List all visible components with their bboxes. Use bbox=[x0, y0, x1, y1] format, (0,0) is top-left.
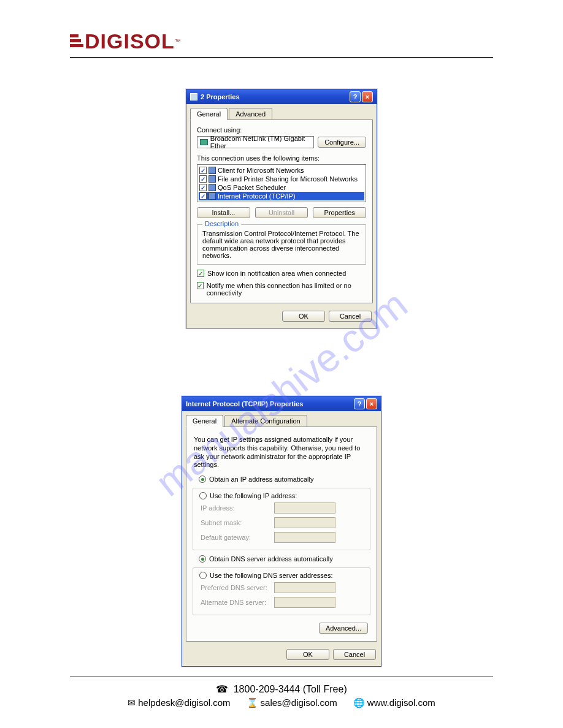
default-gateway-field: Default gateway: bbox=[193, 530, 370, 545]
help-icon[interactable]: ? bbox=[350, 91, 361, 102]
network-icon bbox=[190, 93, 197, 100]
obtain-ip-auto-radio[interactable]: Obtain an IP address automatically bbox=[193, 474, 370, 484]
use-following-ip-radio[interactable]: Use the following IP address: bbox=[193, 491, 370, 501]
tab-general[interactable]: General bbox=[190, 108, 228, 120]
tab-alternate-configuration[interactable]: Alternate Configuration bbox=[224, 415, 307, 427]
list-item[interactable]: ✓File and Printer Sharing for Microsoft … bbox=[199, 175, 364, 183]
dialog-title: 2 Properties bbox=[201, 93, 240, 100]
footer-web: www.digisol.com bbox=[367, 697, 435, 708]
footer-helpdesk: helpdesk@digisol.com bbox=[138, 697, 230, 708]
connection-items-list[interactable]: ✓Client for Microsoft Networks ✓File and… bbox=[197, 164, 366, 202]
list-item[interactable]: ✓Client for Microsoft Networks bbox=[199, 166, 364, 175]
tcpip-properties-dialog: Internet Protocol (TCP/IP) Properties ? … bbox=[182, 396, 381, 667]
titlebar[interactable]: 2 Properties ? × bbox=[186, 89, 377, 104]
globe-icon: 🌐 bbox=[353, 697, 365, 708]
hourglass-icon: ⌛ bbox=[247, 697, 258, 708]
uninstall-button[interactable]: Uninstall bbox=[255, 207, 308, 218]
advanced-button[interactable]: Advanced... bbox=[319, 623, 368, 634]
list-item[interactable]: ✓QoS Packet Scheduler bbox=[199, 183, 364, 192]
adapter-field[interactable]: Broadcom NetLink (TM) Gigabit Ether bbox=[197, 136, 314, 148]
close-icon[interactable]: × bbox=[366, 398, 377, 409]
use-following-dns-radio[interactable]: Use the following DNS server addresses: bbox=[193, 571, 370, 580]
mail-icon: ✉ bbox=[128, 697, 136, 708]
connect-using-label: Connect using: bbox=[197, 126, 366, 134]
show-icon-checkbox[interactable]: ✓Show icon in notification area when con… bbox=[197, 270, 366, 277]
alternate-dns-field: Alternate DNS server: bbox=[193, 595, 370, 610]
phone-icon: ☎ bbox=[216, 684, 228, 694]
footer-phone: 1800-209-3444 (Toll Free) bbox=[234, 684, 347, 694]
list-item-selected[interactable]: ✓Internet Protocol (TCP/IP) bbox=[199, 192, 364, 200]
header: DIGISOL ™ bbox=[70, 29, 493, 58]
connection-properties-dialog: 2 Properties ? × General Advanced Connec… bbox=[186, 89, 377, 328]
cancel-button[interactable]: Cancel bbox=[333, 649, 376, 660]
properties-button[interactable]: Properties bbox=[313, 207, 366, 218]
page-footer: ☎ 1800-209-3444 (Toll Free) ✉helpdesk@di… bbox=[70, 677, 493, 708]
description-legend: Description bbox=[202, 220, 241, 227]
nic-icon bbox=[200, 139, 208, 145]
logo-text: DIGISOL bbox=[85, 29, 175, 53]
notify-limited-checkbox[interactable]: ✓Notify me when this connection has limi… bbox=[197, 282, 366, 297]
install-button[interactable]: Install... bbox=[197, 207, 250, 218]
subnet-mask-field: Subnet mask: bbox=[193, 515, 370, 530]
description-text: Transmission Control Protocol/Internet P… bbox=[202, 230, 361, 259]
intro-text: You can get IP settings assigned automat… bbox=[193, 433, 370, 474]
tab-advanced[interactable]: Advanced bbox=[229, 108, 272, 120]
preferred-dns-field: Preferred DNS server: bbox=[193, 580, 370, 595]
qos-icon bbox=[209, 184, 216, 191]
digisol-logo: DIGISOL ™ bbox=[70, 29, 182, 53]
tcpip-icon bbox=[209, 192, 216, 200]
items-label: This connection uses the following items… bbox=[197, 154, 366, 162]
description-group: Description Transmission Control Protoco… bbox=[197, 224, 366, 265]
ok-button[interactable]: OK bbox=[282, 311, 325, 322]
footer-sales: sales@digisol.com bbox=[261, 697, 337, 708]
help-icon[interactable]: ? bbox=[354, 398, 365, 409]
tab-general[interactable]: General bbox=[186, 415, 223, 427]
titlebar[interactable]: Internet Protocol (TCP/IP) Properties ? … bbox=[182, 396, 381, 411]
client-icon bbox=[209, 167, 216, 174]
adapter-name: Broadcom NetLink (TM) Gigabit Ether bbox=[210, 135, 311, 150]
logo-tm: ™ bbox=[175, 38, 182, 45]
close-icon[interactable]: × bbox=[362, 91, 373, 102]
dialog-title: Internet Protocol (TCP/IP) Properties bbox=[186, 400, 303, 408]
ok-button[interactable]: OK bbox=[286, 649, 329, 660]
configure-button[interactable]: Configure... bbox=[318, 137, 366, 148]
cancel-button[interactable]: Cancel bbox=[329, 311, 372, 322]
obtain-dns-auto-radio[interactable]: Obtain DNS server address automatically bbox=[193, 554, 370, 564]
printer-icon bbox=[209, 175, 216, 183]
ip-address-field: IP address: bbox=[193, 501, 370, 515]
